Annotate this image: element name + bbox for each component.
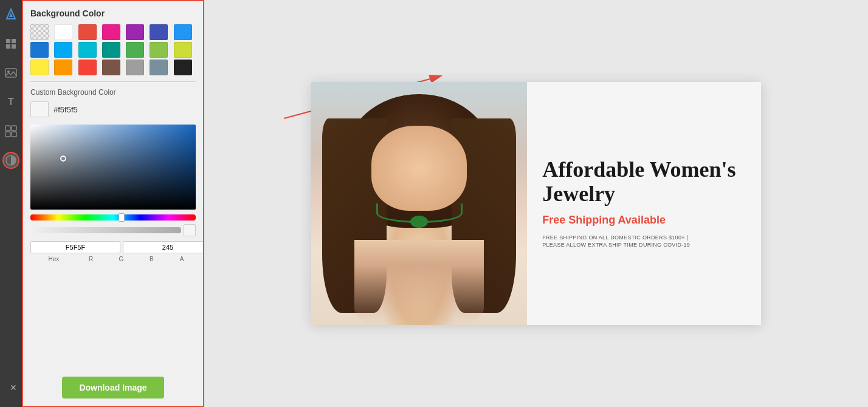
- swatch-light-green[interactable]: [150, 42, 168, 58]
- main-canvas: Affordable Women's Jewelry Free Shipping…: [204, 0, 868, 407]
- color-preview-row: #f5f5f5: [30, 101, 196, 117]
- opacity-slider[interactable]: [30, 227, 181, 233]
- current-hex-display: #f5f5f5: [53, 105, 78, 114]
- swatch-hot-pink[interactable]: [102, 24, 120, 40]
- ad-small-text: FREE SHIPPING ON ALL DOMESTIC ORDERS $10…: [542, 234, 746, 249]
- r-label: R: [77, 256, 105, 262]
- svg-rect-2: [6, 44, 10, 49]
- a-label: A: [168, 256, 196, 262]
- logo-icon[interactable]: [2, 6, 19, 23]
- ad-text-area: Affordable Women's Jewelry Free Shipping…: [527, 82, 761, 325]
- hex-label: Hex: [30, 256, 75, 262]
- swatch-grey[interactable]: [126, 60, 144, 75]
- svg-rect-6: [5, 126, 10, 131]
- g-label: G: [108, 256, 136, 262]
- color-swatches-grid: [30, 24, 196, 75]
- swatch-blue2[interactable]: [30, 42, 49, 58]
- svg-rect-0: [6, 39, 10, 43]
- svg-rect-3: [12, 44, 16, 49]
- opacity-row: [30, 224, 196, 236]
- svg-rect-8: [5, 132, 10, 137]
- body-area: [354, 240, 484, 325]
- hue-handle[interactable]: [119, 213, 125, 222]
- current-color-swatch[interactable]: [30, 101, 49, 117]
- swatch-red2[interactable]: [78, 60, 97, 75]
- image-icon[interactable]: [2, 64, 19, 81]
- swatch-lime[interactable]: [174, 42, 192, 58]
- color-picker-gradient[interactable]: [30, 125, 196, 210]
- ad-image-container: Affordable Women's Jewelry Free Shipping…: [311, 82, 761, 325]
- swatch-blue-grey[interactable]: [150, 60, 168, 75]
- color-inputs-row: [30, 241, 196, 253]
- pattern-icon[interactable]: [2, 123, 19, 140]
- theme-icon[interactable]: [2, 152, 19, 169]
- download-image-button[interactable]: Download Image: [62, 377, 164, 398]
- swatch-transparent[interactable]: [30, 24, 49, 40]
- layers-icon[interactable]: [2, 35, 19, 52]
- swatch-blue[interactable]: [174, 24, 192, 40]
- face: [371, 126, 466, 211]
- swatch-orange[interactable]: [54, 60, 72, 75]
- hue-slider[interactable]: [30, 214, 196, 221]
- r-input[interactable]: [123, 241, 203, 253]
- ad-photo: [311, 82, 527, 325]
- custom-bg-label: Custom Background Color: [30, 88, 196, 97]
- ad-headline: Affordable Women's Jewelry: [542, 158, 746, 206]
- text-icon[interactable]: T: [2, 94, 19, 111]
- divider-1: [30, 81, 196, 82]
- picker-handle[interactable]: [60, 156, 66, 162]
- swatch-white[interactable]: [54, 24, 72, 40]
- ad-subheadline: Free Shipping Available: [542, 214, 746, 227]
- swatch-brown[interactable]: [102, 60, 120, 75]
- svg-rect-1: [12, 39, 16, 43]
- b-label: B: [137, 256, 165, 262]
- svg-rect-7: [12, 126, 16, 131]
- close-icon[interactable]: ✕: [5, 379, 22, 396]
- swatch-light-blue[interactable]: [54, 42, 72, 58]
- opacity-color-swatch: [184, 224, 196, 236]
- swatch-yellow[interactable]: [30, 60, 49, 75]
- swatch-indigo[interactable]: [150, 24, 168, 40]
- download-btn-wrap: Download Image: [23, 369, 203, 406]
- swatch-purple[interactable]: [126, 24, 144, 40]
- swatch-red[interactable]: [78, 24, 97, 40]
- hex-input[interactable]: [30, 241, 120, 253]
- background-color-panel: Background Color: [22, 0, 204, 407]
- panel-section-title: Background Color: [30, 9, 196, 18]
- swatch-green[interactable]: [126, 42, 144, 58]
- swatch-black[interactable]: [174, 60, 192, 75]
- narrow-sidebar: T ✕: [0, 0, 22, 407]
- svg-rect-9: [12, 132, 16, 137]
- swatch-teal[interactable]: [102, 42, 120, 58]
- necklace-gem: [410, 216, 427, 228]
- swatch-cyan[interactable]: [78, 42, 97, 58]
- color-input-labels-row: Hex R G B A: [30, 256, 196, 262]
